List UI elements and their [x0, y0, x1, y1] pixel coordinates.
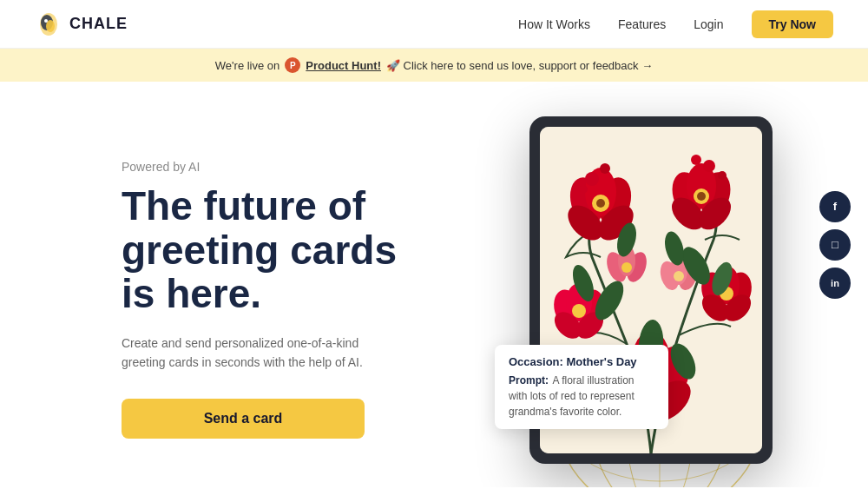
nav-how-it-works[interactable]: How It Works — [518, 17, 590, 31]
linkedin-button[interactable]: in — [819, 268, 851, 299]
logo-icon — [35, 10, 62, 38]
instagram-icon: □ — [832, 238, 838, 251]
hero-text: Powered by AI The future of greeting car… — [122, 134, 434, 439]
facebook-icon: f — [833, 200, 837, 213]
navbar: CHALE How It Works Features Login Try No… — [0, 0, 868, 49]
send-card-button[interactable]: Send a card — [122, 399, 365, 439]
svg-point-53 — [674, 271, 684, 281]
linkedin-icon: in — [831, 278, 839, 288]
nav-links: How It Works Features Login Try Now — [518, 10, 833, 38]
logo-text: CHALE — [69, 15, 128, 33]
svg-point-57 — [703, 160, 715, 172]
info-popup-card: Occasion: Mother's Day Prompt: A floral … — [495, 345, 668, 429]
svg-point-54 — [585, 172, 599, 186]
try-now-button[interactable]: Try Now — [752, 10, 833, 38]
svg-point-59 — [691, 155, 701, 165]
svg-point-39 — [572, 304, 586, 318]
announcement-platform: Product Hunt! — [306, 59, 381, 72]
logo[interactable]: CHALE — [35, 10, 128, 38]
powered-by-label: Powered by AI — [122, 160, 434, 174]
nav-login[interactable]: Login — [694, 17, 723, 31]
announcement-suffix[interactable]: 🚀 Click here to send us love, support or… — [386, 59, 653, 72]
announcement-bar[interactable]: We're live on P Product Hunt! 🚀 Click he… — [0, 49, 868, 82]
instagram-button[interactable]: □ — [819, 229, 851, 261]
svg-point-26 — [596, 199, 605, 208]
svg-point-49 — [621, 262, 632, 273]
nav-features[interactable]: Features — [618, 17, 666, 31]
svg-point-33 — [697, 192, 706, 201]
hero-subtitle: Create and send personalized one-of-a-ki… — [122, 334, 365, 373]
info-card-occasion: Occasion: Mother's Day — [509, 355, 654, 368]
svg-point-58 — [718, 171, 727, 180]
info-card-prompt: Prompt: A floral illustration with lots … — [509, 372, 654, 419]
svg-point-3 — [44, 19, 48, 23]
card-display: Occasion: Mother's Day Prompt: A floral … — [503, 90, 799, 487]
hero-section: Powered by AI The future of greeting car… — [0, 82, 868, 487]
facebook-button[interactable]: f — [819, 191, 851, 222]
svg-point-55 — [600, 163, 610, 174]
announcement-prefix: We're live on — [215, 59, 280, 72]
product-hunt-badge: P — [285, 57, 300, 73]
hero-title: The future of greeting cards is here. — [122, 184, 434, 316]
svg-point-56 — [579, 185, 588, 194]
social-sidebar: f □ in — [819, 191, 851, 299]
